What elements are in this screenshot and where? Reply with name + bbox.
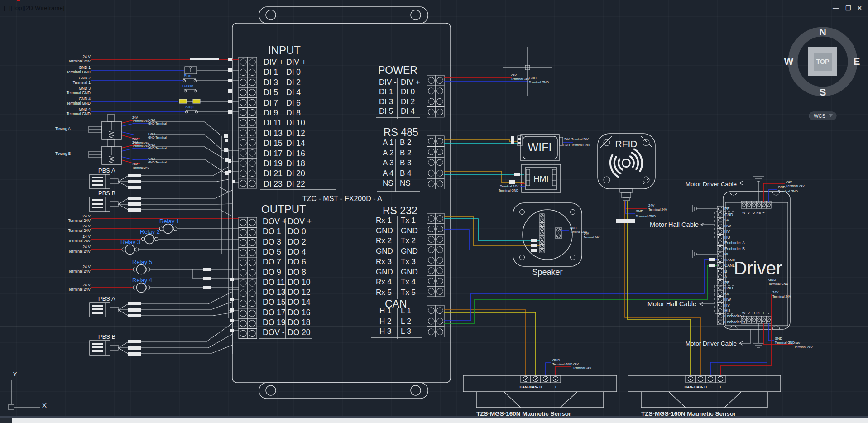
table-row-cell: DI 11 xyxy=(264,118,282,127)
wire-label: Terminal 24V xyxy=(571,138,589,141)
ucs-x-label: X xyxy=(42,401,47,409)
table-row-cell: DI 3 xyxy=(379,97,393,106)
left-row-labels: 24 VTerminal 24V GND 1Terminal GND GND 2… xyxy=(67,54,91,116)
table-row-cell: DI 5 xyxy=(264,88,278,97)
red-tick xyxy=(17,0,20,1)
table-row-cell: DO 12 xyxy=(288,288,311,297)
wire-label: Terminal GND xyxy=(778,190,798,193)
run-button-symbol: Run xyxy=(183,73,197,82)
restore-button[interactable]: ❐ xyxy=(845,4,851,13)
pbs-b-label: PBS B xyxy=(98,190,115,197)
wire-label: 24V xyxy=(564,138,570,141)
power-connector-grid xyxy=(427,75,444,117)
pin-label: V xyxy=(748,211,750,215)
table-row-cell: DI 0 xyxy=(401,87,415,96)
power-table: POWER DIV -DIV +DI 1DI 0DI 3DI 2DI 5DI 4 xyxy=(376,64,420,119)
wire-label: 24V xyxy=(794,341,800,345)
ucs-y-label: Y xyxy=(13,370,17,378)
table-row-cell: Tx 5 xyxy=(401,288,416,297)
fuse-symbol xyxy=(179,99,187,103)
table-row-cell: GND xyxy=(376,268,393,276)
pin-label: W xyxy=(742,211,746,215)
wcs-label[interactable]: WCS xyxy=(814,113,825,119)
magnetic-sensor-left: CAN- LCAN- H−+ TZS-MGS-160N Magnetic Sen… xyxy=(463,358,617,417)
output-connector-grid xyxy=(239,217,257,339)
rs232-connector-grid xyxy=(427,213,444,297)
pin-label: - xyxy=(768,211,769,215)
wire-label: GND xyxy=(636,209,643,213)
wcs-dropdown[interactable]: WCS xyxy=(809,112,836,120)
close-button[interactable]: × xyxy=(858,4,862,13)
table-row-cell: DI 9 xyxy=(264,108,278,117)
viewcube-south[interactable]: S xyxy=(820,87,826,98)
drawing-canvas[interactable]: INPUT DIV +DIV +DI 1DI 0DI 3DI 2DI 5DI 4… xyxy=(0,0,868,423)
table-row-cell: Tx 3 xyxy=(401,257,416,266)
viewport-label[interactable]: [−][Top][2D Wireframe] xyxy=(4,5,65,11)
table-row-cell: DO 5 xyxy=(263,247,281,256)
can-connector-grid xyxy=(427,305,444,337)
viewcube[interactable]: N S W E TOP xyxy=(784,26,860,98)
viewcube-west[interactable]: W xyxy=(784,56,794,67)
relay-3-label: Relay 3 xyxy=(120,239,140,245)
wire-label: GND xyxy=(552,358,560,362)
table-row-cell: Rx 1 xyxy=(376,216,392,225)
towing-a-label: Towing A xyxy=(55,126,71,131)
wire-label: Terminal 24V xyxy=(584,236,599,239)
table-row-cell: DO 1 xyxy=(263,227,281,236)
window-controls: — ❐ × xyxy=(833,4,862,13)
wire-label: 24V xyxy=(648,203,654,207)
viewcube-east[interactable]: E xyxy=(854,56,860,67)
towing-b-label: Towing B xyxy=(55,151,71,156)
driver-pin-label: GND xyxy=(724,212,733,217)
wire-label: Terminal 24V xyxy=(573,366,591,370)
driver-pin-label: B xyxy=(724,269,727,274)
table-row-cell: DO 19 xyxy=(263,318,286,327)
table-row-cell: DI 6 xyxy=(286,98,301,107)
table-row-cell: DOV - xyxy=(263,328,285,337)
wire-bundle xyxy=(221,136,239,354)
table-row-cell: DO 16 xyxy=(288,308,311,317)
wire-label: 24 V xyxy=(83,245,91,249)
viewcube-north[interactable]: N xyxy=(819,26,826,38)
table-row-cell: B 3 xyxy=(400,159,412,167)
ucs-icon: Y X xyxy=(9,370,47,410)
viewcube-top-label[interactable]: TOP xyxy=(816,58,830,65)
pin-label: + xyxy=(555,385,557,389)
rfid-signal-icon xyxy=(608,148,645,178)
table-row-cell: DI 1 xyxy=(379,87,393,96)
wire-label: 24V xyxy=(511,73,517,77)
table-row-cell: DI 19 xyxy=(264,159,283,168)
hmi-label: HMI xyxy=(534,174,549,183)
wire-label: Terminal 1 xyxy=(73,80,91,85)
wire-label: GND 3 xyxy=(79,86,91,91)
table-row-cell: Tx 4 xyxy=(401,278,416,286)
driver-pin-label: HW xyxy=(724,297,731,302)
table-row-cell: DO 8 xyxy=(288,268,306,277)
wireframe-drawing: INPUT DIV +DIV +DI 1DI 0DI 3DI 2DI 5DI 4… xyxy=(0,0,868,423)
motor-driver-cable-label-top: Motor Driver Cable xyxy=(686,181,737,187)
rs485-connector-grid xyxy=(427,136,444,189)
pin-label: PE xyxy=(756,311,761,315)
stop-button-symbol: Stop xyxy=(185,105,198,113)
rfid-label: RFID xyxy=(615,139,638,149)
wire-label: Terminal 24V xyxy=(132,120,150,123)
pin-label: PE xyxy=(756,211,761,215)
pin-label: U xyxy=(753,311,755,315)
table-row-cell: NS xyxy=(400,179,411,187)
table-row-cell: L 3 xyxy=(401,327,411,336)
table-row-cell: Rx 2 xyxy=(376,236,392,245)
table-row-cell: DO 6 xyxy=(288,257,306,266)
table-row-cell: Tx 1 xyxy=(401,216,416,225)
table-row-cell: DI 13 xyxy=(264,129,283,138)
table-row-cell: DO 4 xyxy=(288,247,306,256)
wire-label: 24V xyxy=(132,141,138,144)
pbs-b-label: PBS B xyxy=(98,333,115,340)
horizontal-scrollbar-thumb[interactable] xyxy=(12,418,868,423)
towing-b-switch: Towing B xyxy=(55,139,121,164)
driver-pin-label: 5V xyxy=(724,218,729,222)
table-row-cell: DI 4 xyxy=(401,107,415,115)
minimize-button[interactable]: — xyxy=(833,4,839,13)
wire-label: 24 V xyxy=(83,234,91,239)
wire-label: 24V xyxy=(786,180,792,184)
wire-label: 24V xyxy=(132,163,138,166)
